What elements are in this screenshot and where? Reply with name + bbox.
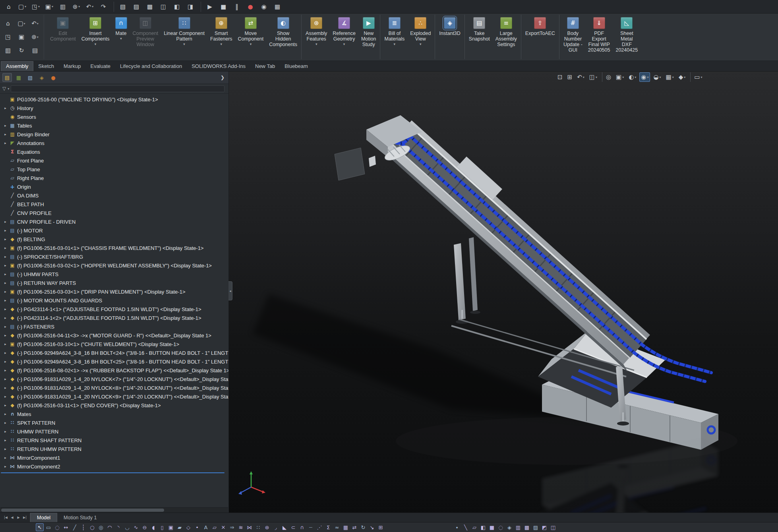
panel-collapse-handle[interactable]: ◂ bbox=[228, 281, 232, 300]
tree-item[interactable]: ▸ Mates bbox=[0, 410, 228, 418]
save-file-icon[interactable]: ▣ bbox=[15, 31, 28, 43]
wireframe-icon[interactable]: ◈ bbox=[505, 523, 513, 531]
tree-item[interactable]: PG1006-2516-00 ("INCLINE TO DRYING") <Di… bbox=[0, 95, 228, 104]
options-icon[interactable]: ⊛ ▾ bbox=[29, 31, 41, 43]
sketch-chamfer-icon[interactable]: ◣ bbox=[281, 523, 288, 531]
expand-arrow-icon[interactable]: ▸ bbox=[3, 412, 8, 416]
print-icon[interactable]: ▥ bbox=[56, 2, 69, 12]
copy-entities-icon[interactable]: ⊞ bbox=[377, 523, 385, 531]
corner-rectangle-icon[interactable]: ▯ bbox=[158, 523, 166, 531]
center-rectangle-icon[interactable]: ▣ bbox=[167, 523, 175, 531]
polygon-icon[interactable]: ◇ bbox=[184, 523, 192, 531]
3d-sketch-icon[interactable]: ⋰ bbox=[315, 523, 323, 531]
save-icon[interactable]: ▣ ▾ bbox=[43, 2, 56, 12]
record-icon[interactable]: ● bbox=[244, 2, 257, 12]
ribbon-button[interactable]: Reference Geometry ▾ bbox=[330, 15, 358, 59]
expand-arrow-icon[interactable]: ▸ bbox=[3, 281, 8, 285]
linear-sketch-pattern-icon[interactable]: ∷ bbox=[254, 523, 262, 531]
display-style-icon[interactable]: ◐ ▾ bbox=[627, 72, 638, 82]
document-tab[interactable]: Model bbox=[30, 513, 57, 522]
chevron-down-icon[interactable]: ▾ bbox=[78, 5, 80, 8]
macro-icon[interactable]: ▦ bbox=[271, 2, 284, 12]
open-document-icon[interactable]: ◳ ▾ bbox=[29, 2, 42, 12]
chevron-down-icon[interactable]: ▾ bbox=[183, 42, 185, 46]
shadows-icon[interactable]: ◩ bbox=[540, 523, 548, 531]
tree-item[interactable]: ▸ (-) SPROCKET/SHAFT/BRG bbox=[0, 252, 228, 261]
chevron-down-icon[interactable]: ▾ bbox=[660, 75, 661, 79]
tree-item[interactable]: ▸ (f) BELTING bbox=[0, 235, 228, 244]
chevron-down-icon[interactable]: ▾ bbox=[622, 75, 624, 79]
view-settings-icon[interactable]: ◆ ▾ bbox=[677, 72, 687, 82]
filter-surface-bodies-icon[interactable]: ◧ bbox=[479, 523, 487, 531]
graphics-viewport[interactable]: ⊡ ⊞ ↶ ▾ ◫ ▾ bbox=[229, 72, 778, 513]
redo-icon[interactable]: ↷ bbox=[97, 2, 110, 12]
tree-item[interactable]: BELT PATH bbox=[0, 200, 228, 209]
tree-item[interactable]: ▸ RETURN UHMW PATTERN bbox=[0, 445, 228, 453]
chevron-down-icon[interactable]: ▾ bbox=[120, 37, 122, 41]
chevron-down-icon[interactable]: ▾ bbox=[8, 87, 9, 91]
section-view-icon[interactable]: ◧ bbox=[170, 2, 183, 12]
ribbon-button[interactable]: New Motion Study bbox=[358, 15, 379, 59]
expand-arrow-icon[interactable]: ▸ bbox=[3, 386, 8, 390]
chevron-down-icon[interactable]: ▾ bbox=[95, 42, 97, 46]
last-tab-button[interactable]: ▶| bbox=[22, 516, 28, 519]
construction-geometry-icon[interactable]: ┄ bbox=[307, 523, 315, 531]
expand-arrow-icon[interactable]: ▸ bbox=[3, 272, 8, 276]
ribbon-button[interactable]: Body Number Update - GUI bbox=[559, 15, 585, 59]
circular-sketch-pattern-icon[interactable]: ⊛ bbox=[263, 523, 271, 531]
ribbon-button[interactable]: Linear Component Pattern ▾ bbox=[161, 15, 207, 59]
offset-entities-icon[interactable]: ≋ bbox=[237, 523, 245, 531]
ribbon-button[interactable]: Edit Component bbox=[47, 15, 79, 59]
tree-item[interactable]: Top Plane bbox=[0, 165, 228, 174]
tree-item[interactable]: ▸ (f) PG1006-2516-03-03<1> ("DRIP PAN WE… bbox=[0, 287, 228, 296]
conveyor-3d-model[interactable] bbox=[229, 72, 778, 513]
tree-item[interactable]: ▸ (-) PG1006-91831A029_1-4_20 NYLOCK<8> … bbox=[0, 383, 228, 392]
sketch-fillet-icon[interactable]: ◞ bbox=[272, 523, 280, 531]
tree-item[interactable]: ▸ CNV PROFILE - DRIVEN bbox=[0, 217, 228, 226]
mirror-entities-icon[interactable]: ⋈ bbox=[246, 523, 254, 531]
ribbon-button[interactable]: Sheet Metal DXF 20240425 bbox=[613, 15, 641, 59]
perspective-icon[interactable]: ◫ bbox=[549, 523, 557, 531]
parallelogram-icon[interactable]: ▰ bbox=[176, 523, 184, 531]
ribbon-button[interactable]: Take Snapshot bbox=[464, 15, 493, 59]
ribbon-button[interactable]: Show Hidden Components bbox=[266, 15, 300, 59]
chevron-down-icon[interactable]: ▾ bbox=[701, 75, 703, 79]
chevron-down-icon[interactable]: ▾ bbox=[37, 22, 39, 25]
previous-view-icon[interactable]: ↶ ▾ bbox=[575, 72, 586, 82]
file-properties-icon[interactable]: ▧ bbox=[114, 2, 129, 12]
tree-item[interactable]: ▸ (-) PG1006-92949A624_3-8_16 BH BOLT<25… bbox=[0, 357, 228, 366]
ribbon-button[interactable]: PDF Export Final WIP 20240505 bbox=[585, 15, 613, 59]
expand-arrow-icon[interactable]: ▸ bbox=[3, 438, 8, 442]
ribbon-button[interactable]: Mate ▾ bbox=[112, 15, 130, 59]
tree-item[interactable]: ▸ RETURN SHAFT PATTERN bbox=[0, 436, 228, 445]
tree-item[interactable]: CNV PROFILE bbox=[0, 209, 228, 217]
new-document-icon[interactable]: ▢ ▾ bbox=[16, 2, 29, 12]
expand-arrow-icon[interactable]: ▸ bbox=[3, 141, 8, 145]
tree-item[interactable]: ▸ (-) PG1006-91831A029_1-4_20 NYLOCK<7> … bbox=[0, 375, 228, 383]
tree-horizontal-scrollbar[interactable] bbox=[0, 507, 228, 513]
tree-item[interactable]: Front Plane bbox=[0, 156, 228, 165]
expand-arrow-icon[interactable]: ▸ bbox=[3, 429, 8, 433]
document-tab[interactable]: Motion Study 1 bbox=[57, 513, 103, 522]
zoom-to-fit-icon[interactable]: ⊡ bbox=[556, 72, 564, 82]
ribbon-button[interactable]: Large Assembly Settings bbox=[493, 15, 520, 59]
filter-icon[interactable]: ▽ bbox=[2, 86, 6, 91]
chevron-down-icon[interactable]: ▾ bbox=[52, 5, 53, 8]
tree-item[interactable]: ▸ (-) MOTOR bbox=[0, 226, 228, 235]
command-tab[interactable]: Lifecycle and Collaboration bbox=[115, 62, 187, 71]
configurationmanager-icon[interactable]: ▧ bbox=[25, 73, 35, 82]
tree-item[interactable]: Right Plane bbox=[0, 174, 228, 182]
box-select-icon[interactable]: ▭ bbox=[45, 523, 52, 531]
chevron-down-icon[interactable]: ▾ bbox=[24, 22, 25, 25]
expand-arrow-icon[interactable]: ▸ bbox=[3, 132, 8, 136]
chevron-down-icon[interactable]: ▾ bbox=[684, 75, 685, 79]
expand-arrow-icon[interactable]: ▸ bbox=[3, 447, 8, 451]
file-properties-icon[interactable]: ▤ bbox=[29, 44, 41, 57]
ribbon-button[interactable]: Bill of Materials ▾ bbox=[380, 15, 407, 59]
move-entities-icon[interactable]: ⇄ bbox=[350, 523, 358, 531]
chevron-down-icon[interactable]: ▾ bbox=[583, 75, 584, 79]
smart-dimension-icon[interactable]: ↔ bbox=[62, 523, 70, 531]
expand-arrow-icon[interactable]: ▸ bbox=[3, 228, 8, 232]
tree-item[interactable]: ▸ (-) MOTOR MOUNTS AND GUARDS bbox=[0, 296, 228, 305]
tangent-arc-icon[interactable]: ◝ bbox=[114, 523, 122, 531]
